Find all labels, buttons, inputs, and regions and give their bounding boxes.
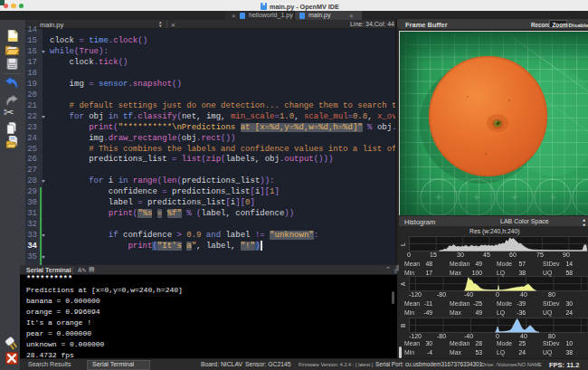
svg-text:L: L (400, 242, 406, 246)
svg-text:A: A (400, 281, 406, 286)
svg-text:B: B (400, 324, 406, 327)
